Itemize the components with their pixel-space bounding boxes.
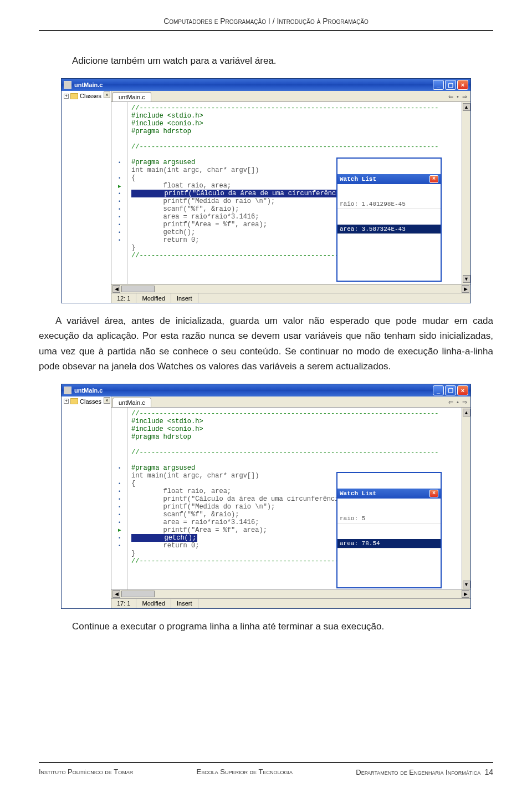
footer-left: Instituto Politécnico de Tomar xyxy=(39,767,133,776)
window-title: untMain.c xyxy=(74,82,103,88)
footer-right: Departamento de Engenharia Informática xyxy=(356,768,480,776)
gutter xyxy=(111,102,128,284)
execution-pointer-icon xyxy=(111,182,127,190)
class-browser-pane: × + Classes xyxy=(62,91,111,303)
watch-title: Watch List xyxy=(340,175,376,183)
scroll-left-icon[interactable]: ◀ xyxy=(112,590,120,598)
screenshot-2: untMain.c _ ▢ × × + Classes untMain.c ⇐ … xyxy=(61,384,471,609)
maximize-button[interactable]: ▢ xyxy=(445,80,456,90)
status-bar: 12: 1 Modified Insert xyxy=(111,293,470,303)
window-title: untMain.c xyxy=(74,387,103,394)
status-modified: Modified xyxy=(136,293,171,303)
close-button[interactable]: × xyxy=(457,385,468,395)
tree-expand-icon[interactable]: + xyxy=(64,94,69,99)
execution-pointer-icon xyxy=(111,526,127,534)
vertical-scrollbar[interactable]: ▲ ▼ xyxy=(462,102,470,284)
screenshot-1: untMain.c _ ▢ × × + Classes untMain.c ⇐ … xyxy=(61,78,471,303)
maximize-button[interactable]: ▢ xyxy=(445,385,456,395)
watch-row-area[interactable]: area: 3.587324E-43 xyxy=(337,225,441,234)
pane-close-icon[interactable]: × xyxy=(104,92,110,98)
status-modified: Modified xyxy=(136,599,171,608)
watch-row-raio[interactable]: raio: 1.401298E-45 xyxy=(337,200,441,209)
tree-label: Classes xyxy=(80,398,101,405)
scroll-right-icon[interactable]: ▶ xyxy=(462,590,469,598)
status-bar: 17: 1 Modified Insert xyxy=(111,598,470,608)
app-icon xyxy=(64,387,71,394)
horizontal-scrollbar[interactable]: ◀ ▶ xyxy=(111,284,470,293)
scroll-thumb[interactable] xyxy=(121,286,155,292)
watch-list-window[interactable]: Watch List × raio: 5 area: 78.54 xyxy=(336,472,442,588)
folder-icon xyxy=(70,398,78,404)
scroll-down-icon[interactable]: ▼ xyxy=(463,275,470,283)
minimize-button[interactable]: _ xyxy=(433,385,444,395)
tab-untmain[interactable]: untMain.c xyxy=(112,398,151,407)
code-editor[interactable]: //--------------------------------------… xyxy=(128,408,462,589)
para-1: Adicione também um watch para a variável… xyxy=(72,53,493,68)
watch-list-window[interactable]: Watch List × raio: 1.401298E-45 area: 3.… xyxy=(336,157,442,282)
tab-nav[interactable]: ⇐ • ⇒ xyxy=(445,92,470,101)
scroll-thumb[interactable] xyxy=(121,591,155,597)
status-pos: 17: 1 xyxy=(111,599,136,608)
horizontal-scrollbar[interactable]: ◀ ▶ xyxy=(111,589,470,598)
status-insert: Insert xyxy=(171,293,198,303)
watch-close-icon[interactable]: × xyxy=(429,490,438,497)
titlebar: untMain.c _ ▢ × xyxy=(62,79,470,91)
scroll-right-icon[interactable]: ▶ xyxy=(462,285,469,293)
tab-untmain[interactable]: untMain.c xyxy=(112,92,151,101)
pane-close-icon[interactable]: × xyxy=(104,397,110,404)
code-editor[interactable]: //--------------------------------------… xyxy=(128,102,462,284)
tree-label: Classes xyxy=(80,93,101,99)
folder-icon xyxy=(70,93,78,99)
tree-expand-icon[interactable]: + xyxy=(64,399,69,404)
app-icon xyxy=(64,81,71,89)
scroll-up-icon[interactable]: ▲ xyxy=(463,103,470,111)
page-number: 14 xyxy=(484,767,493,776)
class-browser-pane: × + Classes xyxy=(62,396,111,608)
close-button[interactable]: × xyxy=(457,80,468,90)
page-footer: Instituto Politécnico de Tomar Escola Su… xyxy=(39,762,493,776)
minimize-button[interactable]: _ xyxy=(433,80,444,90)
watch-title: Watch List xyxy=(340,490,376,497)
para-2: A variável área, antes de inicializada, … xyxy=(39,313,493,374)
watch-row-raio[interactable]: raio: 5 xyxy=(337,514,441,523)
titlebar: untMain.c _ ▢ × xyxy=(62,384,470,396)
para-3: Continue a executar o programa linha a l… xyxy=(72,619,493,634)
status-pos: 12: 1 xyxy=(111,293,136,303)
vertical-scrollbar[interactable]: ▲ ▼ xyxy=(462,408,470,589)
gutter xyxy=(111,408,128,589)
status-insert: Insert xyxy=(171,599,198,608)
tab-nav[interactable]: ⇐ • ⇒ xyxy=(445,398,470,407)
current-line-highlight: getch(); xyxy=(131,534,197,542)
watch-close-icon[interactable]: × xyxy=(429,175,438,183)
footer-mid: Escola Superior de Tecnologia xyxy=(197,767,293,776)
scroll-up-icon[interactable]: ▲ xyxy=(463,409,470,416)
watch-row-area[interactable]: area: 78.54 xyxy=(337,539,441,548)
page-header: Computadores e Programação I / Introduçã… xyxy=(39,17,493,31)
current-line-highlight: printf("Cálculo da área de uma circunfer… xyxy=(131,190,369,197)
scroll-left-icon[interactable]: ◀ xyxy=(112,285,120,293)
scroll-down-icon[interactable]: ▼ xyxy=(463,581,470,588)
